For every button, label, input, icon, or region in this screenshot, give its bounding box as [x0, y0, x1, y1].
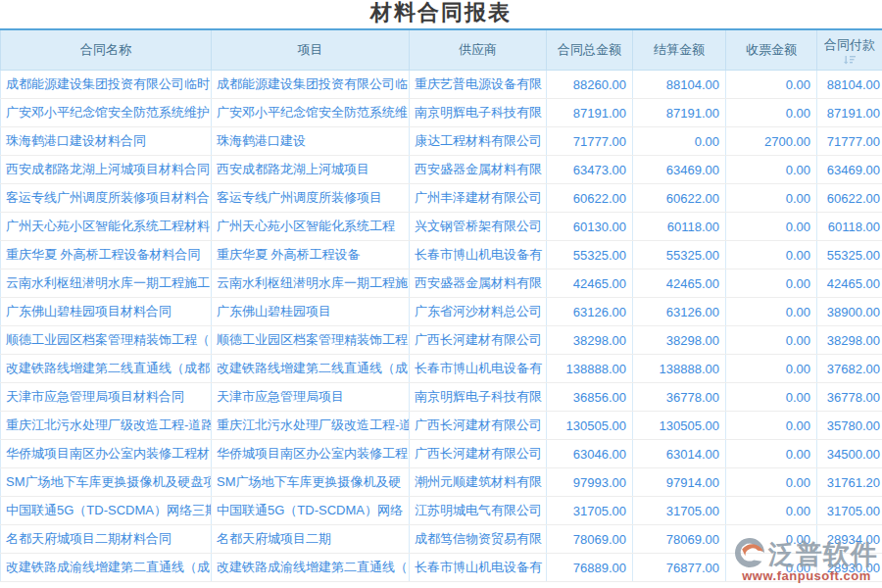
- invoice-amount-cell: 0.00: [726, 497, 817, 525]
- project-cell: 珠海鹤港口建设: [212, 127, 410, 156]
- project-cell: 顺德工业园区档案管理精装饰工程: [212, 326, 410, 355]
- column-label: 项目: [298, 42, 323, 57]
- table-row[interactable]: 成都能源建设集团投资有限公司临时成都能源建设集团投资有限公司临重庆艺普电源设备有…: [1, 71, 882, 99]
- total-amount-cell: 71777.00: [547, 127, 633, 156]
- column-header-7[interactable]: 合同付款: [817, 29, 882, 71]
- contract-name-cell: 成都能源建设集团投资有限公司临时: [1, 71, 212, 99]
- contract-name-cell: 名都天府城项目二期材料合同: [1, 525, 212, 554]
- invoice-amount-cell: 0.00: [726, 326, 817, 355]
- invoice-amount-cell: 0.00: [726, 270, 817, 298]
- table-row[interactable]: 改建铁路成渝线增建第二直通线（成改建铁路成渝线增建第二直通线（长春市博山机电设备…: [1, 554, 882, 582]
- settlement-amount-cell: 36778.00: [633, 383, 726, 412]
- total-amount-cell: 38298.00: [547, 326, 633, 355]
- invoice-amount-cell: 0.00: [726, 440, 817, 468]
- settlement-amount-cell: 138888.00: [633, 355, 726, 383]
- supplier-cell: 长春市博山机电设备有: [410, 241, 547, 270]
- settlement-amount-cell: 60118.00: [633, 213, 726, 241]
- table-row[interactable]: 西安成都路龙湖上河城项目材料合同西安成都路龙湖上河城项目西安盛器金属材料有限63…: [1, 156, 882, 184]
- contract-name-cell: 改建铁路线增建第二线直通线（成都: [1, 355, 212, 383]
- column-label: 供应商: [459, 42, 497, 57]
- contract-name-cell: SM广场地下车库更换摄像机及硬盘项: [1, 468, 212, 497]
- table-row[interactable]: 广州天心苑小区智能化系统工程材料广州天心苑小区智能化系统工程兴文钢管桥架有限公司…: [1, 213, 882, 241]
- settlement-amount-cell: 38298.00: [633, 326, 726, 355]
- table-row[interactable]: 中国联通5G（TD-SCDMA）网络三期中国联通5G（TD-SCDMA）网络江苏…: [1, 497, 882, 525]
- supplier-cell: 潮州元顺建筑材料有限: [410, 468, 547, 497]
- invoice-amount-cell: 0.00: [726, 383, 817, 412]
- supplier-cell: 成都笃信物资贸易有限: [410, 525, 547, 554]
- supplier-cell: 广西长河建材有限公司: [410, 440, 547, 468]
- table-row[interactable]: 顺德工业园区档案管理精装饰工程（顺德工业园区档案管理精装饰工程广西长河建材有限公…: [1, 326, 882, 355]
- invoice-amount-cell: 0.00: [726, 412, 817, 440]
- settlement-amount-cell: 63014.00: [633, 440, 726, 468]
- payment-amount-cell: 28934.00: [817, 525, 882, 554]
- column-header-4: 合同总金额: [547, 29, 633, 71]
- settlement-amount-cell: 78069.00: [633, 525, 726, 554]
- project-cell: 成都能源建设集团投资有限公司临: [212, 71, 410, 99]
- supplier-cell: 南京明辉电子科技有限: [410, 383, 547, 412]
- settlement-amount-cell: 0.00: [633, 127, 726, 156]
- project-cell: 广安邓小平纪念馆安全防范系统维: [212, 99, 410, 127]
- invoice-amount-cell: 0.00: [726, 298, 817, 326]
- project-cell: 广州天心苑小区智能化系统工程: [212, 213, 410, 241]
- project-cell: 华侨城项目南区办公室内装修工程: [212, 440, 410, 468]
- invoice-amount-cell: 2700.00: [726, 127, 817, 156]
- settlement-amount-cell: 60622.00: [633, 184, 726, 213]
- total-amount-cell: 42465.00: [547, 270, 633, 298]
- project-cell: 重庆华夏 外高桥工程设备: [212, 241, 410, 270]
- table-row[interactable]: 云南水利枢纽潜明水库一期工程施工云南水利枢纽潜明水库一期工程施西安盛器金属材料有…: [1, 270, 882, 298]
- column-header-2: 项目: [212, 29, 410, 71]
- sort-descending-icon[interactable]: [844, 55, 857, 65]
- settlement-amount-cell: 63126.00: [633, 298, 726, 326]
- table-row[interactable]: 名都天府城项目二期材料合同名都天府城项目二期成都笃信物资贸易有限78069.00…: [1, 525, 882, 554]
- table-header: 合同名称项目供应商合同总金额结算金额收票金额合同付款: [1, 29, 882, 71]
- column-label: 合同付款: [824, 36, 875, 54]
- supplier-cell: 西安盛器金属材料有限: [410, 270, 547, 298]
- contract-name-cell: 客运专线广州调度所装修项目材料合: [1, 184, 212, 213]
- contract-name-cell: 云南水利枢纽潜明水库一期工程施工: [1, 270, 212, 298]
- total-amount-cell: 36856.00: [547, 383, 633, 412]
- column-label: 合同总金额: [558, 42, 621, 57]
- project-cell: 重庆江北污水处理厂级改造工程-道: [212, 412, 410, 440]
- table-row[interactable]: 珠海鹤港口建设材料合同珠海鹤港口建设康达工程材料有限公司71777.000.00…: [1, 127, 882, 156]
- table-row[interactable]: 华侨城项目南区办公室内装修工程材华侨城项目南区办公室内装修工程广西长河建材有限公…: [1, 440, 882, 468]
- table-row[interactable]: 广东佛山碧桂园项目材料合同广东佛山碧桂园项目广东省河沙材料总公司63126.00…: [1, 298, 882, 326]
- invoice-amount-cell: 0.00: [726, 184, 817, 213]
- column-header-1: 合同名称: [1, 29, 212, 71]
- supplier-cell: 广东省河沙材料总公司: [410, 298, 547, 326]
- contract-name-cell: 西安成都路龙湖上河城项目材料合同: [1, 156, 212, 184]
- project-cell: 广东佛山碧桂园项目: [212, 298, 410, 326]
- project-cell: 客运专线广州调度所装修项目: [212, 184, 410, 213]
- project-cell: 名都天府城项目二期: [212, 525, 410, 554]
- total-amount-cell: 63046.00: [547, 440, 633, 468]
- column-label: 合同名称: [80, 42, 131, 57]
- contract-name-cell: 广安邓小平纪念馆安全防范系统维护: [1, 99, 212, 127]
- page-title: 材料合同报表: [0, 0, 882, 28]
- column-header-5: 结算金额: [633, 29, 726, 71]
- total-amount-cell: 88260.00: [547, 71, 633, 99]
- table-row[interactable]: 客运专线广州调度所装修项目材料合客运专线广州调度所装修项目广州丰泽建材有限公司6…: [1, 184, 882, 213]
- column-label: 结算金额: [654, 42, 705, 57]
- table-row[interactable]: 天津市应急管理局项目材料合同天津市应急管理局项目南京明辉电子科技有限36856.…: [1, 383, 882, 412]
- payment-amount-cell: 88104.00: [817, 71, 882, 99]
- payment-amount-cell: 60622.00: [817, 184, 882, 213]
- payment-amount-cell: 35780.00: [817, 412, 882, 440]
- contract-name-cell: 重庆华夏 外高桥工程设备材料合同: [1, 241, 212, 270]
- invoice-amount-cell: 0.00: [726, 99, 817, 127]
- settlement-amount-cell: 97914.00: [633, 468, 726, 497]
- invoice-amount-cell: 0.00: [726, 355, 817, 383]
- table-row[interactable]: 重庆华夏 外高桥工程设备材料合同重庆华夏 外高桥工程设备长春市博山机电设备有55…: [1, 241, 882, 270]
- table-body: 成都能源建设集团投资有限公司临时成都能源建设集团投资有限公司临重庆艺普电源设备有…: [1, 71, 882, 582]
- settlement-amount-cell: 130505.00: [633, 412, 726, 440]
- table-row[interactable]: 改建铁路线增建第二线直通线（成都改建铁路线增建第二线直通线（成长春市博山机电设备…: [1, 355, 882, 383]
- table-row[interactable]: 广安邓小平纪念馆安全防范系统维护广安邓小平纪念馆安全防范系统维南京明辉电子科技有…: [1, 99, 882, 127]
- settlement-amount-cell: 42465.00: [633, 270, 726, 298]
- invoice-amount-cell: 0.00: [726, 241, 817, 270]
- supplier-cell: 南京明辉电子科技有限: [410, 99, 547, 127]
- column-header-3: 供应商: [410, 29, 547, 71]
- header-row: 合同名称项目供应商合同总金额结算金额收票金额合同付款: [1, 29, 882, 71]
- total-amount-cell: 78069.00: [547, 525, 633, 554]
- contract-name-cell: 天津市应急管理局项目材料合同: [1, 383, 212, 412]
- table-row[interactable]: 重庆江北污水处理厂级改造工程-道路重庆江北污水处理厂级改造工程-道广西长河建材有…: [1, 412, 882, 440]
- table-row[interactable]: SM广场地下车库更换摄像机及硬盘项SM广场地下车库更换摄像机及硬潮州元顺建筑材料…: [1, 468, 882, 497]
- invoice-amount-cell: 0.00: [726, 468, 817, 497]
